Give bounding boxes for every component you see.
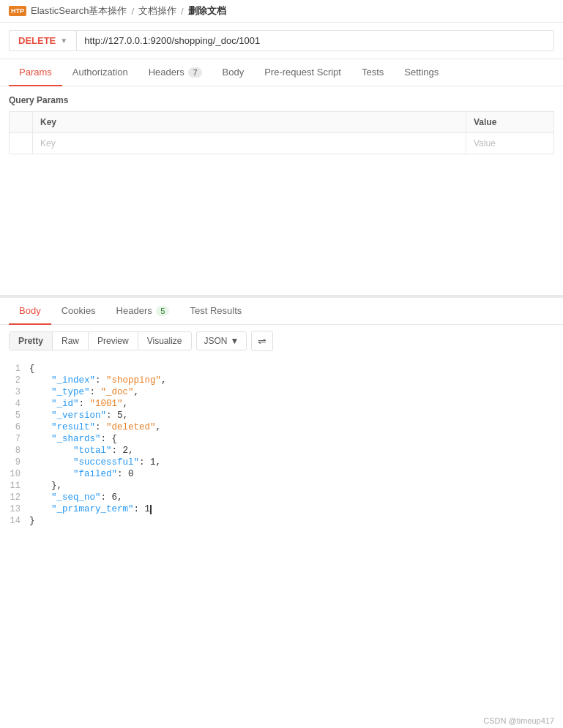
- line-content-5: "_version": 5,: [29, 410, 563, 421]
- response-tab-cookies[interactable]: Cookies: [51, 298, 106, 325]
- format-bar: Pretty Raw Preview Visualize JSON ▼ ⇌: [0, 325, 563, 357]
- line-num-5: 5: [0, 410, 29, 421]
- tab-headers[interactable]: Headers 7: [138, 59, 212, 86]
- wrap-icon: ⇌: [258, 335, 266, 347]
- code-line-12: 12 "_seq_no": 6,: [0, 492, 563, 503]
- response-tab-body[interactable]: Body: [9, 298, 51, 325]
- response-section: Body Cookies Headers 5 Test Results Pret…: [0, 295, 563, 533]
- line-num-4: 4: [0, 399, 29, 409]
- row-value-input[interactable]: Value: [466, 133, 554, 154]
- code-line-1: 1 {: [0, 363, 563, 375]
- breadcrumb-sep-1: /: [131, 6, 134, 17]
- code-line-7: 7 "_shards": {: [0, 433, 563, 445]
- breadcrumb-sep-2: /: [181, 6, 184, 17]
- method-button[interactable]: DELETE ▼: [9, 30, 76, 51]
- row-key-input[interactable]: Key: [33, 133, 466, 154]
- query-params-section: Query Params Key Value Key Value: [0, 86, 563, 163]
- code-line-6: 6 "result": "deleted",: [0, 421, 563, 433]
- code-line-13: 13 "_primary_term": 1: [0, 503, 563, 515]
- params-row-empty: Key Value: [10, 133, 554, 154]
- tab-params[interactable]: Params: [9, 59, 62, 86]
- line-content-12: "_seq_no": 6,: [29, 492, 563, 503]
- line-content-2: "_index": "shopping",: [29, 375, 563, 386]
- code-line-10: 10 "failed": 0: [0, 468, 563, 480]
- line-content-1: {: [29, 364, 563, 374]
- response-tab-test-results[interactable]: Test Results: [179, 298, 252, 325]
- format-raw-button[interactable]: Raw: [53, 332, 89, 350]
- line-num-8: 8: [0, 446, 29, 456]
- query-params-title: Query Params: [9, 95, 554, 105]
- tab-authorization[interactable]: Authorization: [62, 59, 138, 86]
- url-input[interactable]: [76, 30, 554, 51]
- method-chevron-icon: ▼: [60, 37, 67, 45]
- line-num-2: 2: [0, 375, 29, 386]
- params-table: Key Value Key Value: [9, 111, 554, 154]
- tab-settings[interactable]: Settings: [394, 59, 449, 86]
- wrap-button[interactable]: ⇌: [251, 331, 273, 351]
- breadcrumb: ElasticSearch基本操作 / 文档操作 / 删除文档: [31, 4, 226, 18]
- method-label: DELETE: [18, 35, 56, 46]
- line-num-14: 14: [0, 516, 29, 526]
- code-line-14: 14 }: [0, 515, 563, 527]
- code-viewer: 1 { 2 "_index": "shopping", 3 "_type": "…: [0, 357, 563, 533]
- line-content-11: },: [29, 481, 563, 491]
- col-key: Key: [33, 112, 466, 133]
- request-tabs: Params Authorization Headers 7 Body Pre-…: [0, 59, 563, 86]
- footer: CSDN @timeup417: [474, 713, 563, 728]
- col-checkbox: [10, 112, 33, 133]
- format-preview-button[interactable]: Preview: [89, 332, 138, 350]
- breadcrumb-item-1[interactable]: ElasticSearch基本操作: [31, 4, 127, 18]
- format-group: Pretty Raw Preview Visualize: [9, 331, 192, 350]
- json-type-chevron-icon: ▼: [231, 336, 239, 346]
- line-num-13: 13: [0, 504, 29, 514]
- tab-body[interactable]: Body: [212, 59, 255, 86]
- tab-tests[interactable]: Tests: [351, 59, 394, 86]
- code-line-4: 4 "_id": "1001",: [0, 398, 563, 410]
- code-line-9: 9 "successful": 1,: [0, 457, 563, 468]
- breadcrumb-item-3: 删除文档: [188, 4, 226, 18]
- http-icon: HTP: [9, 6, 26, 16]
- breadcrumb-item-2[interactable]: 文档操作: [138, 4, 176, 18]
- line-content-3: "_type": "_doc",: [29, 387, 563, 397]
- breadcrumb-bar: HTP ElasticSearch基本操作 / 文档操作 / 删除文档: [0, 0, 563, 23]
- line-num-11: 11: [0, 481, 29, 491]
- line-content-14: }: [29, 516, 563, 526]
- line-num-1: 1: [0, 364, 29, 374]
- col-value: Value: [466, 112, 554, 133]
- json-type-select[interactable]: JSON ▼: [196, 331, 247, 350]
- format-pretty-button[interactable]: Pretty: [10, 332, 53, 350]
- line-content-13: "_primary_term": 1: [29, 504, 563, 514]
- line-content-4: "_id": "1001",: [29, 399, 563, 409]
- code-line-2: 2 "_index": "shopping",: [0, 375, 563, 386]
- line-num-6: 6: [0, 422, 29, 432]
- spacer: [0, 163, 563, 295]
- line-content-8: "total": 2,: [29, 446, 563, 456]
- footer-text: CSDN @timeup417: [483, 716, 554, 725]
- code-line-8: 8 "total": 2,: [0, 445, 563, 457]
- line-num-3: 3: [0, 387, 29, 397]
- line-num-12: 12: [0, 492, 29, 503]
- url-bar: DELETE ▼: [0, 23, 563, 59]
- row-checkbox: [10, 133, 33, 154]
- line-num-10: 10: [0, 469, 29, 479]
- response-tab-headers[interactable]: Headers 5: [106, 298, 180, 325]
- code-line-3: 3 "_type": "_doc",: [0, 386, 563, 398]
- line-num-7: 7: [0, 434, 29, 444]
- tab-pre-request-script[interactable]: Pre-request Script: [254, 59, 351, 86]
- line-content-10: "failed": 0: [29, 469, 563, 479]
- line-content-6: "result": "deleted",: [29, 422, 563, 432]
- line-content-7: "_shards": {: [29, 434, 563, 444]
- code-line-5: 5 "_version": 5,: [0, 410, 563, 421]
- line-content-9: "successful": 1,: [29, 457, 563, 468]
- code-line-11: 11 },: [0, 480, 563, 492]
- format-visualize-button[interactable]: Visualize: [138, 332, 191, 350]
- line-num-9: 9: [0, 457, 29, 468]
- response-tabs: Body Cookies Headers 5 Test Results: [0, 298, 563, 325]
- json-type-label: JSON: [204, 336, 228, 346]
